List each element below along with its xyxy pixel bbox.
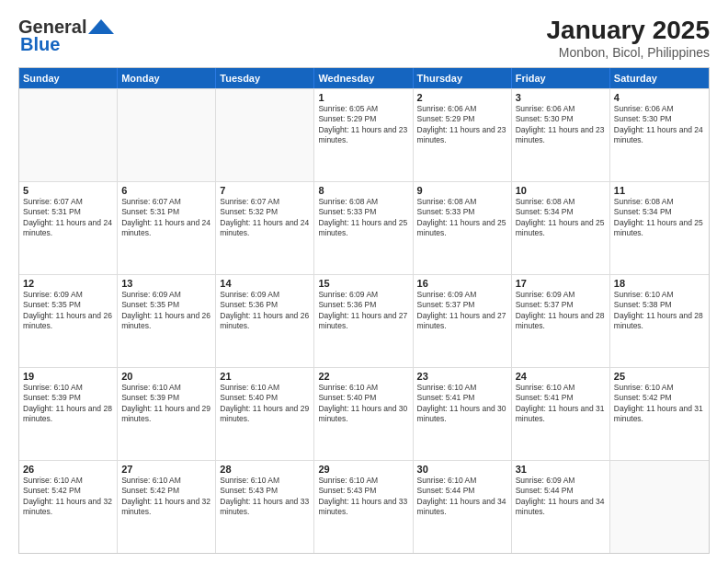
day-info: Sunrise: 6:07 AM Sunset: 5:32 PM Dayligh… <box>220 197 310 239</box>
day-info: Sunrise: 6:08 AM Sunset: 5:34 PM Dayligh… <box>614 197 705 239</box>
day-number: 30 <box>417 464 507 475</box>
day-info: Sunrise: 6:08 AM Sunset: 5:33 PM Dayligh… <box>417 197 507 239</box>
day-cell-6: 6Sunrise: 6:07 AM Sunset: 5:31 PM Daylig… <box>118 182 216 274</box>
day-number: 22 <box>318 371 408 382</box>
day-cell-24: 24Sunrise: 6:10 AM Sunset: 5:41 PM Dayli… <box>512 368 610 460</box>
day-cell-15: 15Sunrise: 6:09 AM Sunset: 5:36 PM Dayli… <box>314 275 413 367</box>
day-number: 8 <box>318 185 408 196</box>
day-number: 14 <box>220 278 310 289</box>
day-info: Sunrise: 6:07 AM Sunset: 5:31 PM Dayligh… <box>23 197 113 239</box>
day-info: Sunrise: 6:09 AM Sunset: 5:37 PM Dayligh… <box>417 290 507 332</box>
day-info: Sunrise: 6:10 AM Sunset: 5:42 PM Dayligh… <box>121 476 211 518</box>
day-cell-20: 20Sunrise: 6:10 AM Sunset: 5:39 PM Dayli… <box>118 368 216 460</box>
header-cell-monday: Monday <box>118 68 216 88</box>
day-number: 4 <box>614 92 705 103</box>
day-info: Sunrise: 6:10 AM Sunset: 5:41 PM Dayligh… <box>516 383 606 425</box>
day-cell-10: 10Sunrise: 6:08 AM Sunset: 5:34 PM Dayli… <box>512 182 610 274</box>
header: General Blue January 2025 Monbon, Bicol,… <box>18 17 710 60</box>
day-cell-3: 3Sunrise: 6:06 AM Sunset: 5:30 PM Daylig… <box>512 89 610 181</box>
day-info: Sunrise: 6:10 AM Sunset: 5:40 PM Dayligh… <box>220 383 310 425</box>
calendar-header: SundayMondayTuesdayWednesdayThursdayFrid… <box>19 68 709 88</box>
day-info: Sunrise: 6:10 AM Sunset: 5:44 PM Dayligh… <box>417 476 507 518</box>
day-info: Sunrise: 6:10 AM Sunset: 5:41 PM Dayligh… <box>417 383 507 425</box>
empty-cell <box>610 461 709 553</box>
day-number: 13 <box>121 278 211 289</box>
day-cell-18: 18Sunrise: 6:10 AM Sunset: 5:38 PM Dayli… <box>610 275 709 367</box>
day-number: 26 <box>23 464 113 475</box>
day-cell-9: 9Sunrise: 6:08 AM Sunset: 5:33 PM Daylig… <box>414 182 512 274</box>
day-cell-5: 5Sunrise: 6:07 AM Sunset: 5:31 PM Daylig… <box>19 182 118 274</box>
day-cell-23: 23Sunrise: 6:10 AM Sunset: 5:41 PM Dayli… <box>414 368 512 460</box>
day-number: 28 <box>220 464 310 475</box>
day-number: 9 <box>417 185 507 196</box>
day-info: Sunrise: 6:10 AM Sunset: 5:39 PM Dayligh… <box>121 383 211 425</box>
day-info: Sunrise: 6:09 AM Sunset: 5:35 PM Dayligh… <box>121 290 211 332</box>
day-number: 18 <box>614 278 705 289</box>
day-info: Sunrise: 6:10 AM Sunset: 5:43 PM Dayligh… <box>220 476 310 518</box>
day-number: 25 <box>614 371 705 382</box>
day-number: 6 <box>121 185 211 196</box>
calendar-subtitle: Monbon, Bicol, Philippines <box>547 45 710 60</box>
week-row-2: 5Sunrise: 6:07 AM Sunset: 5:31 PM Daylig… <box>19 181 709 274</box>
day-number: 29 <box>318 464 408 475</box>
day-cell-25: 25Sunrise: 6:10 AM Sunset: 5:42 PM Dayli… <box>610 368 709 460</box>
svg-marker-0 <box>88 19 114 34</box>
day-cell-28: 28Sunrise: 6:10 AM Sunset: 5:43 PM Dayli… <box>216 461 314 553</box>
day-number: 2 <box>417 92 507 103</box>
day-number: 1 <box>318 92 408 103</box>
day-cell-12: 12Sunrise: 6:09 AM Sunset: 5:35 PM Dayli… <box>19 275 118 367</box>
day-number: 5 <box>23 185 113 196</box>
day-cell-27: 27Sunrise: 6:10 AM Sunset: 5:42 PM Dayli… <box>118 461 216 553</box>
day-cell-17: 17Sunrise: 6:09 AM Sunset: 5:37 PM Dayli… <box>512 275 610 367</box>
day-info: Sunrise: 6:10 AM Sunset: 5:42 PM Dayligh… <box>614 383 705 425</box>
header-cell-thursday: Thursday <box>414 68 512 88</box>
day-number: 31 <box>516 464 606 475</box>
logo-icon <box>86 17 116 38</box>
day-number: 7 <box>220 185 310 196</box>
day-cell-30: 30Sunrise: 6:10 AM Sunset: 5:44 PM Dayli… <box>414 461 512 553</box>
day-cell-2: 2Sunrise: 6:06 AM Sunset: 5:29 PM Daylig… <box>414 89 512 181</box>
day-info: Sunrise: 6:10 AM Sunset: 5:42 PM Dayligh… <box>23 476 113 518</box>
day-number: 27 <box>121 464 211 475</box>
day-number: 23 <box>417 371 507 382</box>
empty-cell <box>19 89 118 181</box>
day-number: 19 <box>23 371 113 382</box>
day-cell-26: 26Sunrise: 6:10 AM Sunset: 5:42 PM Dayli… <box>19 461 118 553</box>
empty-cell <box>118 89 216 181</box>
day-cell-7: 7Sunrise: 6:07 AM Sunset: 5:32 PM Daylig… <box>216 182 314 274</box>
header-cell-sunday: Sunday <box>19 68 118 88</box>
week-row-1: 1Sunrise: 6:05 AM Sunset: 5:29 PM Daylig… <box>19 88 709 181</box>
day-info: Sunrise: 6:08 AM Sunset: 5:33 PM Dayligh… <box>318 197 408 239</box>
page: General Blue January 2025 Monbon, Bicol,… <box>0 0 728 563</box>
day-number: 24 <box>516 371 606 382</box>
day-number: 17 <box>516 278 606 289</box>
day-cell-14: 14Sunrise: 6:09 AM Sunset: 5:36 PM Dayli… <box>216 275 314 367</box>
day-cell-29: 29Sunrise: 6:10 AM Sunset: 5:43 PM Dayli… <box>314 461 413 553</box>
day-number: 20 <box>121 371 211 382</box>
day-info: Sunrise: 6:09 AM Sunset: 5:37 PM Dayligh… <box>516 290 606 332</box>
day-info: Sunrise: 6:09 AM Sunset: 5:44 PM Dayligh… <box>516 476 606 518</box>
header-cell-wednesday: Wednesday <box>314 68 413 88</box>
day-info: Sunrise: 6:06 AM Sunset: 5:29 PM Dayligh… <box>417 104 507 146</box>
day-info: Sunrise: 6:05 AM Sunset: 5:29 PM Dayligh… <box>318 104 408 146</box>
logo-blue: Blue <box>20 34 60 55</box>
day-cell-13: 13Sunrise: 6:09 AM Sunset: 5:35 PM Dayli… <box>118 275 216 367</box>
day-info: Sunrise: 6:09 AM Sunset: 5:36 PM Dayligh… <box>318 290 408 332</box>
day-number: 15 <box>318 278 408 289</box>
day-number: 11 <box>614 185 705 196</box>
day-number: 12 <box>23 278 113 289</box>
day-cell-21: 21Sunrise: 6:10 AM Sunset: 5:40 PM Dayli… <box>216 368 314 460</box>
day-info: Sunrise: 6:10 AM Sunset: 5:40 PM Dayligh… <box>318 383 408 425</box>
day-cell-16: 16Sunrise: 6:09 AM Sunset: 5:37 PM Dayli… <box>414 275 512 367</box>
day-info: Sunrise: 6:10 AM Sunset: 5:39 PM Dayligh… <box>23 383 113 425</box>
week-row-5: 26Sunrise: 6:10 AM Sunset: 5:42 PM Dayli… <box>19 460 709 553</box>
day-cell-31: 31Sunrise: 6:09 AM Sunset: 5:44 PM Dayli… <box>512 461 610 553</box>
header-cell-friday: Friday <box>512 68 610 88</box>
day-number: 16 <box>417 278 507 289</box>
day-number: 10 <box>516 185 606 196</box>
title-block: January 2025 Monbon, Bicol, Philippines <box>547 17 710 60</box>
day-cell-8: 8Sunrise: 6:08 AM Sunset: 5:33 PM Daylig… <box>314 182 413 274</box>
day-cell-1: 1Sunrise: 6:05 AM Sunset: 5:29 PM Daylig… <box>314 89 413 181</box>
day-info: Sunrise: 6:06 AM Sunset: 5:30 PM Dayligh… <box>614 104 705 146</box>
day-info: Sunrise: 6:09 AM Sunset: 5:36 PM Dayligh… <box>220 290 310 332</box>
